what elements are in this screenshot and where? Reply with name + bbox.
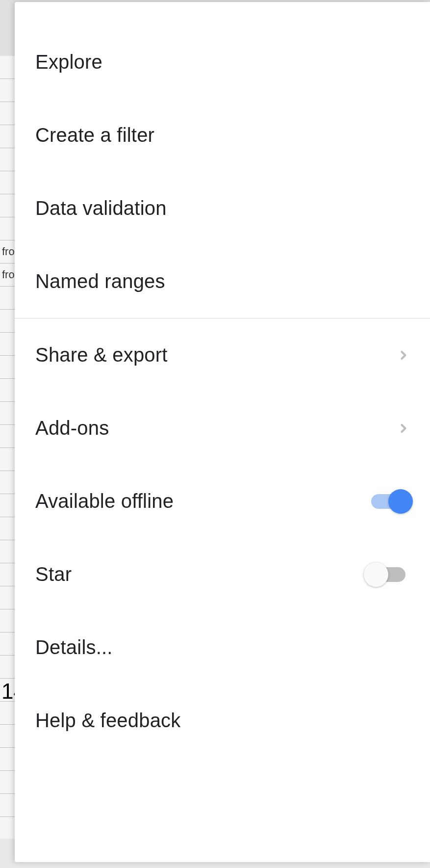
menu-item-label: Star xyxy=(35,563,72,585)
toggle-thumb xyxy=(364,562,388,587)
menu-item-label: Named ranges xyxy=(35,270,165,292)
star-toggle[interactable] xyxy=(366,562,410,587)
menu-item-share-export[interactable]: Share & export xyxy=(15,318,430,392)
menu-item-label: Data validation xyxy=(35,197,167,219)
menu-item-star[interactable]: Star xyxy=(15,538,430,611)
toggle-thumb xyxy=(388,489,413,514)
chevron-right-icon xyxy=(397,421,410,435)
overflow-menu: Explore Create a filter Data validation … xyxy=(15,2,430,862)
background-cell-text: fro xyxy=(2,245,15,258)
background-cell-text: fro xyxy=(2,268,15,281)
menu-item-label: Details... xyxy=(35,636,113,658)
menu-item-help-feedback[interactable]: Help & feedback xyxy=(15,684,430,757)
available-offline-toggle[interactable] xyxy=(366,489,410,514)
menu-item-available-offline[interactable]: Available offline xyxy=(15,465,430,538)
menu-item-named-ranges[interactable]: Named ranges xyxy=(15,245,430,318)
menu-item-data-validation[interactable]: Data validation xyxy=(15,172,430,245)
chevron-right-icon xyxy=(397,348,410,362)
menu-item-add-ons[interactable]: Add-ons xyxy=(15,392,430,465)
menu-item-label: Available offline xyxy=(35,490,174,512)
menu-item-details[interactable]: Details... xyxy=(15,611,430,684)
menu-item-label: Explore xyxy=(35,51,102,73)
menu-item-label: Create a filter xyxy=(35,124,154,146)
menu-item-label: Help & feedback xyxy=(35,710,181,732)
menu-item-create-filter[interactable]: Create a filter xyxy=(15,99,430,172)
menu-item-label: Share & export xyxy=(35,344,168,366)
menu-item-label: Add-ons xyxy=(35,417,109,439)
menu-item-explore[interactable]: Explore xyxy=(15,26,430,99)
